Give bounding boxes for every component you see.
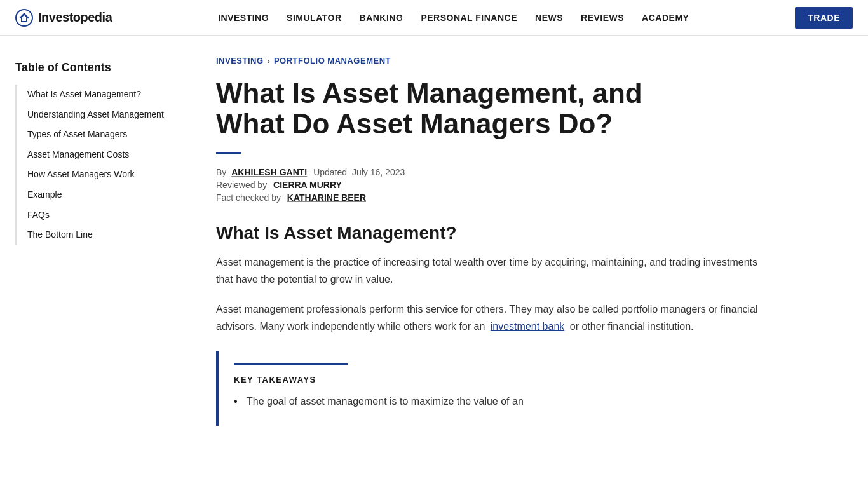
fact-checked-label: Fact checked by (216, 193, 281, 203)
section-what-is: What Is Asset Management? Asset manageme… (216, 223, 763, 336)
page-wrapper: Table of Contents What Is Asset Manageme… (0, 36, 868, 488)
title-underline (216, 152, 241, 154)
sidebar: Table of Contents What Is Asset Manageme… (0, 36, 191, 488)
toc-link-what-is[interactable]: What Is Asset Management? (27, 88, 175, 101)
logo-icon (15, 9, 33, 27)
breadcrumb-parent[interactable]: INVESTING (216, 56, 264, 65)
nav-simulator[interactable]: SIMULATOR (287, 13, 341, 23)
trade-button[interactable]: TRADE (795, 7, 853, 29)
nav-personal-finance[interactable]: PERSONAL FINANCE (421, 13, 517, 23)
toc-item-5: How Asset Managers Work (17, 165, 175, 185)
toc-link-how[interactable]: How Asset Managers Work (27, 168, 175, 181)
author-info: By AKHILESH GANTI Updated July 16, 2023 … (216, 167, 763, 203)
nav-academy[interactable]: ACADEMY (642, 13, 689, 23)
fact-checker-name[interactable]: KATHARINE BEER (287, 193, 366, 203)
paragraph-2: Asset management professionals perform t… (216, 301, 763, 335)
toc-link-understanding[interactable]: Understanding Asset Management (27, 109, 175, 121)
reviewer-name[interactable]: CIERRA MURRY (273, 180, 342, 190)
updated-label: Updated (313, 167, 347, 177)
key-takeaway-item-1: The goal of asset management is to maxim… (234, 393, 747, 410)
breadcrumb: INVESTING › PORTFOLIO MANAGEMENT (216, 56, 763, 65)
reviewed-line: Reviewed by CIERRA MURRY (216, 180, 763, 190)
table-of-contents: What Is Asset Management? Understanding … (15, 85, 175, 245)
toc-item-4: Asset Management Costs (17, 145, 175, 165)
site-header: Investopedia INVESTING SIMULATOR BANKING… (0, 0, 868, 36)
toc-link-example[interactable]: Example (27, 189, 175, 201)
investment-bank-link[interactable]: investment bank (491, 321, 565, 332)
nav-reviews[interactable]: REVIEWS (581, 13, 624, 23)
nav-investing[interactable]: INVESTING (218, 13, 269, 23)
reviewed-label: Reviewed by (216, 180, 267, 190)
by-label: By (216, 167, 226, 177)
toc-link-bottom-line[interactable]: The Bottom Line (27, 229, 175, 241)
main-content: INVESTING › PORTFOLIO MANAGEMENT What Is… (191, 36, 801, 488)
toc-item-3: Types of Asset Managers (17, 125, 175, 145)
author-name[interactable]: AKHILESH GANTI (231, 167, 307, 177)
toc-link-types[interactable]: Types of Asset Managers (27, 128, 175, 141)
key-takeaways-list: The goal of asset management is to maxim… (234, 393, 747, 410)
author-line: By AKHILESH GANTI Updated July 16, 2023 (216, 167, 763, 177)
nav-banking[interactable]: BANKING (360, 13, 403, 23)
logo[interactable]: Investopedia (15, 9, 112, 27)
key-takeaways-title: KEY TAKEAWAYS (234, 375, 747, 384)
paragraph-1: Asset management is the practice of incr… (216, 254, 763, 288)
toc-item-8: The Bottom Line (17, 225, 175, 245)
toc-title: Table of Contents (15, 61, 175, 74)
fact-checked-line: Fact checked by KATHARINE BEER (216, 193, 763, 203)
toc-item-1: What Is Asset Management? (17, 85, 175, 105)
logo-text: Investopedia (38, 10, 112, 25)
toc-link-faqs[interactable]: FAQs (27, 209, 175, 222)
paragraph-2-end: or other financial institution. (570, 321, 694, 332)
section-what-is-heading: What Is Asset Management? (216, 223, 763, 243)
svg-point-0 (16, 10, 32, 26)
breadcrumb-separator: › (268, 56, 270, 65)
toc-item-6: Example (17, 185, 175, 205)
breadcrumb-current[interactable]: PORTFOLIO MANAGEMENT (274, 56, 391, 65)
updated-date: July 16, 2023 (352, 167, 405, 177)
toc-item-2: Understanding Asset Management (17, 105, 175, 125)
main-nav: INVESTING SIMULATOR BANKING PERSONAL FIN… (218, 13, 689, 23)
key-takeaways-box: KEY TAKEAWAYS The goal of asset manageme… (216, 351, 763, 426)
article-title: What Is Asset Management, and What Do As… (216, 78, 661, 140)
toc-item-7: FAQs (17, 205, 175, 226)
nav-news[interactable]: NEWS (535, 13, 563, 23)
toc-link-costs[interactable]: Asset Management Costs (27, 149, 175, 161)
